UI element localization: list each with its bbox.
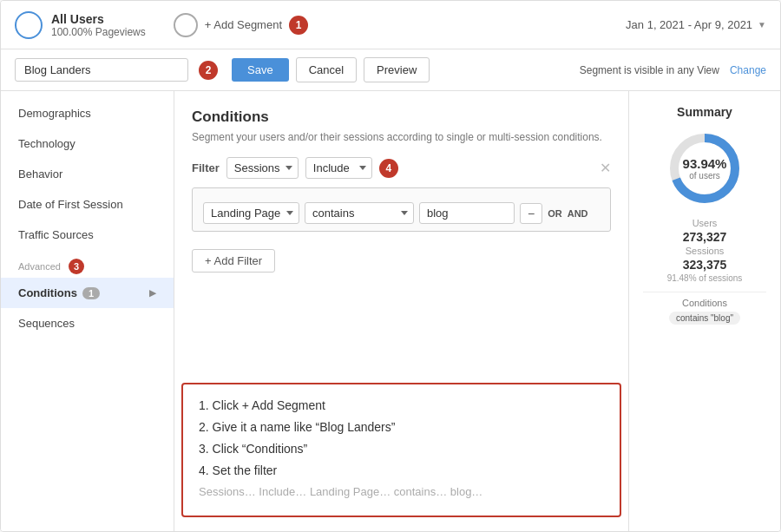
condition-row: Landing Page contains does not contain e…: [203, 202, 600, 224]
step1-badge: 1: [289, 16, 308, 35]
filter-close-icon[interactable]: ✕: [600, 160, 611, 176]
date-range-text: Jan 1, 2021 - Apr 9, 2021: [626, 18, 752, 31]
main-panel: Conditions Segment your users and/or the…: [174, 91, 628, 531]
main-container: All Users 100.00% Pageviews + Add Segmen…: [0, 0, 781, 532]
instruction-item-1: 1. Click + Add Segment: [199, 397, 604, 415]
conditions-description: Segment your users and/or their sessions…: [192, 131, 611, 143]
condition-value-input[interactable]: [419, 202, 515, 224]
filter-box: Landing Page contains does not contain e…: [192, 187, 611, 232]
segment-name: All Users: [51, 12, 146, 26]
donut-sub-label: of users: [683, 171, 727, 181]
preview-button[interactable]: Preview: [364, 57, 430, 82]
save-button[interactable]: Save: [232, 58, 289, 82]
sidebar-item-sequences[interactable]: Sequences: [1, 308, 174, 338]
visibility-text: Segment is visible in any View: [580, 64, 719, 76]
editor-bar: 2 Save Cancel Preview Segment is visible…: [1, 49, 780, 91]
step2-badge: 2: [199, 61, 218, 80]
filter-type-select[interactable]: Sessions Users: [226, 157, 299, 179]
add-segment-circle-icon: [174, 13, 198, 37]
advanced-section-label: Advanced 3: [1, 250, 174, 278]
active-arrow-icon: ▶: [149, 288, 156, 298]
step3-badge: 3: [69, 259, 84, 274]
change-link[interactable]: Change: [730, 64, 766, 76]
date-range-picker[interactable]: Jan 1, 2021 - Apr 9, 2021 ▼: [626, 18, 766, 31]
sessions-sub: 91.48% of sessions: [643, 273, 766, 283]
filter-header-row: Filter Sessions Users Include Exclude 4 …: [192, 157, 611, 179]
condition-field-select[interactable]: Landing Page: [203, 202, 299, 224]
sessions-value: 323,375: [643, 258, 766, 272]
sessions-label: Sessions: [643, 246, 766, 256]
users-label: Users: [643, 218, 766, 228]
segment-circle-icon: [15, 11, 43, 39]
minus-button[interactable]: −: [520, 203, 542, 224]
segment-name-input[interactable]: [15, 58, 188, 82]
sidebar-item-conditions[interactable]: Conditions 1 ▶: [1, 278, 174, 308]
conditions-tag: contains "blog": [669, 312, 740, 325]
conditions-title: Conditions: [192, 108, 611, 126]
chevron-down-icon: ▼: [758, 20, 766, 30]
instruction-item-2: 2. Give it a name like “Blog Landers”: [199, 418, 604, 437]
users-value: 273,327: [643, 230, 766, 244]
sidebar-item-date-of-first-session[interactable]: Date of First Session: [1, 189, 174, 220]
or-label: OR: [548, 208, 562, 219]
summary-title: Summary: [643, 105, 766, 119]
sidebar-item-traffic-sources[interactable]: Traffic Sources: [1, 220, 174, 250]
donut-chart: 93.94% of users: [643, 129, 766, 207]
add-segment-button[interactable]: + Add Segment 1: [174, 13, 308, 37]
top-bar: All Users 100.00% Pageviews + Add Segmen…: [1, 1, 780, 49]
step4-badge: 4: [379, 159, 398, 178]
filter-label: Filter: [192, 161, 220, 174]
add-filter-button[interactable]: + Add Filter: [192, 249, 275, 273]
sidebar-item-behavior[interactable]: Behavior: [1, 159, 174, 189]
conditions-count-badge: 1: [82, 287, 100, 299]
instructions-list: 1. Click + Add Segment 2. Give it a name…: [199, 397, 604, 501]
instructions-box: 1. Click + Add Segment 2. Give it a name…: [181, 383, 621, 518]
instruction-item-4: 4. Set the filter: [199, 462, 604, 480]
instruction-item-3: 3. Click “Conditions”: [199, 440, 604, 458]
conditions-overlay-label: Conditions: [643, 298, 766, 308]
segment-sub: 100.00% Pageviews: [51, 26, 146, 38]
cancel-button[interactable]: Cancel: [296, 57, 357, 82]
filter-mode-select[interactable]: Include Exclude: [305, 157, 372, 179]
condition-operator-select[interactable]: contains does not contain exactly matche…: [305, 202, 414, 224]
content-area: Demographics Technology Behavior Date of…: [1, 91, 780, 531]
instruction-sub: Sessions… Include… Landing Page… contain…: [199, 483, 604, 501]
sidebar-item-demographics[interactable]: Demographics: [1, 98, 174, 128]
donut-percentage: 93.94%: [683, 156, 727, 171]
add-segment-label: + Add Segment: [205, 18, 282, 31]
conditions-overlay: Conditions contains "blog": [643, 292, 766, 330]
sidebar-item-technology[interactable]: Technology: [1, 128, 174, 159]
summary-panel: Summary 93.94% of users Users 273,32: [628, 91, 780, 531]
and-label: AND: [568, 208, 588, 219]
all-users-segment: All Users 100.00% Pageviews: [15, 11, 146, 39]
sidebar: Demographics Technology Behavior Date of…: [1, 91, 174, 531]
